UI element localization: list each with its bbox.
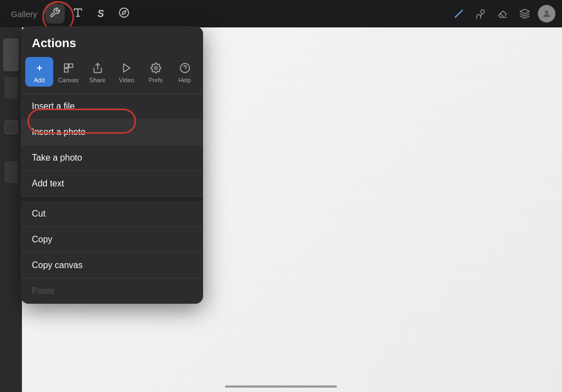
- main-toolbar: Gallery S: [0, 0, 562, 27]
- tab-canvas-label: Canvas: [58, 77, 78, 83]
- toolbar-right: [450, 5, 555, 22]
- pen-nib-tool-button[interactable]: [68, 4, 88, 24]
- compass-icon: [119, 7, 130, 21]
- menu-item-take-photo[interactable]: Take a photo: [21, 145, 203, 171]
- wrench-icon: [49, 7, 60, 21]
- sidebar-control-1[interactable]: [4, 121, 18, 134]
- tab-add-label: Add: [34, 77, 45, 83]
- left-sidebar: [0, 27, 22, 392]
- compass-tool-button[interactable]: [114, 4, 134, 24]
- prefs-tab-icon: [149, 61, 162, 75]
- tab-video[interactable]: Video: [113, 57, 140, 87]
- svg-marker-3: [122, 10, 126, 14]
- help-tab-icon: [178, 61, 192, 75]
- actions-tab-bar: Add Canvas Share: [21, 57, 203, 93]
- eraser-tool[interactable]: [494, 5, 512, 22]
- gallery-button[interactable]: Gallery: [7, 7, 42, 21]
- actions-panel: Actions Add Canvas: [21, 26, 203, 304]
- svg-point-6: [545, 10, 548, 14]
- sidebar-slider[interactable]: [4, 161, 18, 183]
- tab-help-label: Help: [178, 77, 191, 83]
- user-avatar[interactable]: [538, 5, 555, 22]
- menu-item-add-text[interactable]: Add text: [21, 171, 203, 197]
- tab-share[interactable]: Share: [83, 57, 111, 87]
- tab-video-label: Video: [119, 77, 134, 83]
- actions-panel-title: Actions: [21, 26, 203, 57]
- menu-item-paste: Paste: [21, 279, 203, 304]
- tab-canvas[interactable]: Canvas: [54, 57, 82, 87]
- tab-help[interactable]: Help: [171, 57, 199, 87]
- menu-item-insert-file[interactable]: Insert a file: [21, 94, 203, 120]
- svg-rect-11: [64, 69, 68, 72]
- sidebar-color-swatch-1[interactable]: [3, 38, 19, 71]
- add-tab-icon: [33, 61, 46, 75]
- brush-tool[interactable]: [472, 5, 490, 22]
- canvas-tab-icon: [62, 61, 75, 75]
- svg-point-2: [119, 8, 128, 17]
- toolbar-left: Gallery S: [7, 4, 134, 24]
- svg-marker-5: [520, 9, 530, 14]
- wrench-tool-button[interactable]: [45, 4, 65, 24]
- stylize-s-icon: S: [98, 8, 104, 20]
- scroll-indicator: [225, 385, 338, 388]
- stylize-tool-button[interactable]: S: [91, 4, 111, 24]
- menu-item-copy[interactable]: Copy: [21, 227, 203, 253]
- svg-marker-13: [123, 64, 130, 72]
- panel-section-gap: [21, 197, 203, 201]
- svg-point-14: [154, 67, 157, 70]
- svg-rect-10: [69, 64, 72, 68]
- pen-nib-icon: [72, 7, 83, 21]
- share-tab-icon: [91, 61, 104, 75]
- menu-item-insert-photo[interactable]: Insert a photo: [21, 120, 203, 145]
- layers-tool[interactable]: [516, 5, 533, 22]
- menu-item-copy-canvas[interactable]: Copy canvas: [21, 253, 203, 279]
- tab-share-label: Share: [89, 77, 105, 83]
- pencil-line-tool[interactable]: [450, 5, 468, 22]
- menu-item-cut[interactable]: Cut: [21, 201, 203, 227]
- sidebar-color-swatch-2[interactable]: [4, 77, 18, 99]
- svg-line-4: [456, 10, 463, 18]
- video-tab-icon: [120, 61, 133, 75]
- svg-rect-9: [64, 64, 68, 68]
- tab-prefs[interactable]: Prefs: [142, 57, 170, 87]
- tab-add[interactable]: Add: [25, 57, 53, 87]
- tab-prefs-label: Prefs: [149, 77, 163, 83]
